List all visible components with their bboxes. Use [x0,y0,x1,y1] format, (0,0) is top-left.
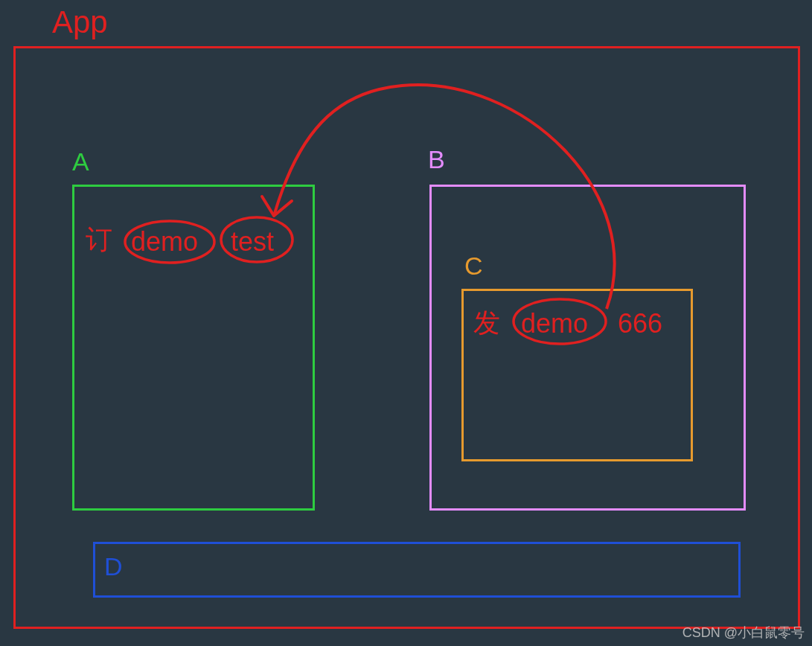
annotation-c-value: 666 [618,308,662,339]
annotation-a-subscribe: 订 [86,222,112,258]
label-b: B [428,145,445,174]
label-app: App [52,4,108,40]
annotation-a-test: test [231,226,274,258]
label-a: A [72,147,89,176]
annotation-c-publish: 发 [473,305,500,342]
box-d [93,542,741,598]
label-c: C [464,252,483,281]
watermark-text: CSDN @小白鼠零号 [682,624,805,642]
annotation-a-demo: demo [131,226,198,258]
annotation-c-demo: demo [521,308,588,339]
label-d: D [104,552,123,581]
